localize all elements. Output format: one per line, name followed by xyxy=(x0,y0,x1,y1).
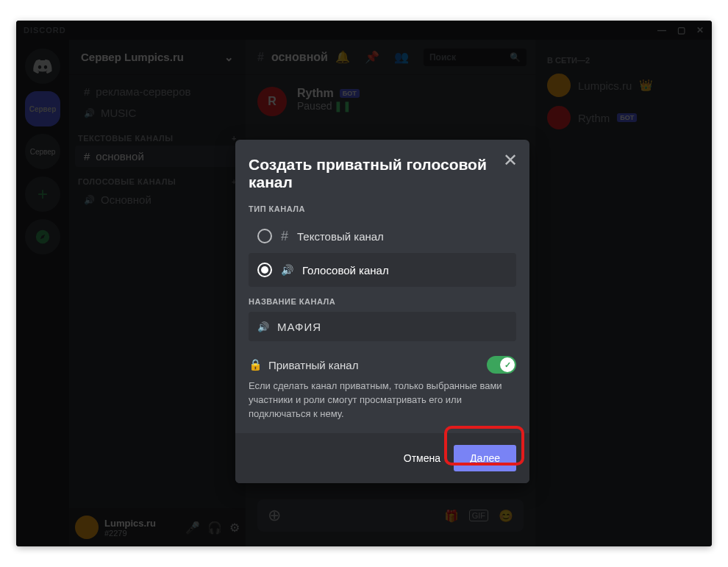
modal-footer: Отмена Далее xyxy=(235,433,529,483)
channel-type-label: ТИП КАНАЛА xyxy=(249,204,516,213)
private-channel-label: Приватный канал xyxy=(268,359,358,371)
cancel-button[interactable]: Отмена xyxy=(404,452,440,464)
option-label: Текстовый канал xyxy=(297,230,384,243)
speaker-icon: 🔊 xyxy=(257,321,270,332)
next-button[interactable]: Далее xyxy=(454,445,516,471)
discord-window: DISCORD — ▢ ✕ Сервер Сервер + Сервер Lum… xyxy=(16,21,712,546)
hash-icon: # xyxy=(281,229,288,244)
radio-checked-icon xyxy=(257,263,272,277)
option-text-channel[interactable]: # Текстовый канал xyxy=(249,219,516,253)
create-channel-modal: ✕ Создать приватный голосовой канал ТИП … xyxy=(235,140,529,483)
private-toggle[interactable]: ✓ xyxy=(487,356,516,374)
channel-name-value: МАФИЯ xyxy=(277,321,321,333)
channel-name-label: НАЗВАНИЕ КАНАЛА xyxy=(249,297,516,306)
speaker-icon: 🔊 xyxy=(281,264,293,276)
channel-name-input[interactable]: 🔊 МАФИЯ xyxy=(249,312,516,341)
lock-icon: 🔒 xyxy=(249,358,263,371)
radio-unchecked-icon xyxy=(257,229,272,243)
modal-title: Создать приватный голосовой канал xyxy=(249,156,516,191)
modal-overlay[interactable]: ✕ Создать приватный голосовой канал ТИП … xyxy=(16,21,712,546)
close-modal-button[interactable]: ✕ xyxy=(503,150,518,171)
option-label: Голосовой канал xyxy=(302,264,389,277)
toggle-thumb-icon: ✓ xyxy=(500,357,515,372)
option-voice-channel[interactable]: 🔊 Голосовой канал xyxy=(249,253,516,287)
private-description: Если сделать канал приватным, только выб… xyxy=(249,379,516,421)
